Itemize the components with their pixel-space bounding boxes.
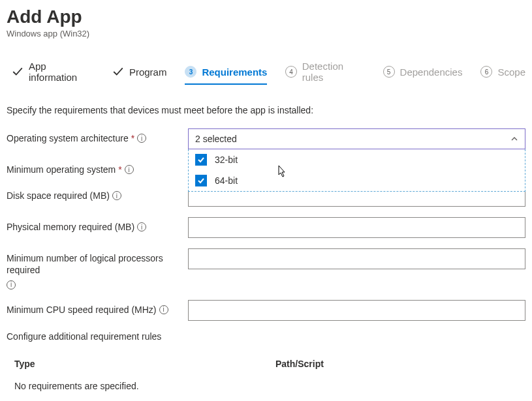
tab-dependencies[interactable]: 5 Dependencies bbox=[383, 62, 463, 84]
info-icon[interactable]: i bbox=[112, 191, 121, 200]
option-label: 32-bit bbox=[215, 155, 238, 165]
os-architecture-dropdown[interactable]: 2 selected bbox=[188, 128, 525, 149]
field-label: Minimum operating system * i bbox=[7, 160, 183, 175]
required-star: * bbox=[131, 132, 134, 144]
field-label: Minimum number of logical processors req… bbox=[7, 248, 183, 289]
column-type: Type bbox=[14, 359, 275, 369]
physical-memory-input[interactable] bbox=[188, 217, 525, 238]
step-number-icon: 4 bbox=[285, 66, 296, 78]
tab-detection-rules[interactable]: 4 Detection rules bbox=[285, 57, 364, 89]
info-icon[interactable]: i bbox=[137, 222, 146, 231]
cpu-speed-input[interactable] bbox=[188, 300, 525, 321]
option-64-bit[interactable]: 64-bit bbox=[189, 170, 525, 191]
checkbox-checked-icon[interactable] bbox=[195, 175, 207, 186]
rules-table-empty: No requirements are specified. bbox=[7, 374, 525, 398]
checkmark-icon bbox=[12, 66, 23, 78]
additional-rules-header: Configure additional requirement rules bbox=[7, 331, 525, 342]
field-label: Operating system architecture * i bbox=[7, 128, 183, 144]
dropdown-selected-text: 2 selected bbox=[195, 134, 237, 144]
rules-table-header: Type Path/Script bbox=[7, 353, 525, 374]
info-icon[interactable]: i bbox=[125, 165, 134, 174]
page-title: Add App bbox=[7, 7, 525, 27]
label-text: Minimum operating system bbox=[7, 164, 116, 175]
tab-label: Dependencies bbox=[400, 67, 463, 78]
step-number-icon: 5 bbox=[383, 66, 395, 78]
field-label: Physical memory required (MB) i bbox=[7, 217, 183, 233]
field-label: Minimum CPU speed required (MHz) i bbox=[7, 300, 183, 316]
logical-processors-input[interactable] bbox=[188, 248, 525, 269]
tab-label: Requirements bbox=[202, 67, 267, 78]
label-text: Physical memory required (MB) bbox=[7, 221, 134, 233]
tab-scope[interactable]: 6 Scope bbox=[480, 62, 525, 84]
field-label: Disk space required (MB) i bbox=[7, 186, 183, 201]
option-32-bit[interactable]: 32-bit bbox=[189, 149, 525, 170]
info-icon[interactable]: i bbox=[159, 305, 168, 314]
tab-program[interactable]: Program bbox=[112, 62, 167, 84]
option-label: 64-bit bbox=[215, 175, 238, 186]
row-os-architecture: Operating system architecture * i 2 sele… bbox=[7, 128, 525, 149]
row-physical-memory: Physical memory required (MB) i bbox=[7, 217, 525, 238]
step-number-icon: 6 bbox=[480, 66, 492, 78]
tab-app-information[interactable]: App information bbox=[12, 57, 94, 89]
tab-label: Detection rules bbox=[302, 61, 365, 83]
chevron-up-icon bbox=[510, 135, 518, 143]
column-path: Path/Script bbox=[275, 359, 518, 369]
checkbox-checked-icon[interactable] bbox=[195, 154, 207, 166]
tab-requirements[interactable]: 3 Requirements bbox=[185, 62, 267, 84]
step-number-icon: 3 bbox=[185, 66, 196, 78]
section-description: Specify the requirements that devices mu… bbox=[7, 105, 525, 115]
checkmark-icon bbox=[112, 66, 124, 78]
row-cpu-speed: Minimum CPU speed required (MHz) i bbox=[7, 300, 525, 321]
wizard-tabs: App information Program 3 Requirements 4… bbox=[7, 57, 525, 89]
label-text: Disk space required (MB) bbox=[7, 190, 110, 201]
os-architecture-dropdown-list: 32-bit 64-bit bbox=[188, 149, 525, 192]
label-text: Minimum CPU speed required (MHz) bbox=[7, 304, 157, 316]
tab-label: Program bbox=[129, 67, 167, 78]
tab-label: App information bbox=[29, 61, 94, 83]
info-icon[interactable]: i bbox=[7, 280, 16, 290]
required-star: * bbox=[118, 164, 121, 175]
label-text: Operating system architecture bbox=[7, 132, 129, 144]
info-icon[interactable]: i bbox=[137, 134, 146, 143]
label-text: Minimum number of logical processors req… bbox=[7, 252, 183, 276]
row-logical-processors: Minimum number of logical processors req… bbox=[7, 248, 525, 289]
tab-label: Scope bbox=[497, 67, 525, 78]
page-subtitle: Windows app (Win32) bbox=[7, 29, 525, 38]
